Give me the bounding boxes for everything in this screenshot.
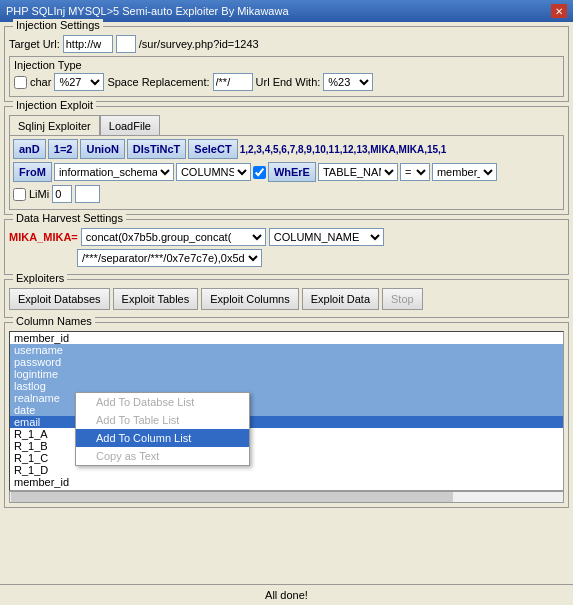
equals-select[interactable]: = [400, 163, 430, 181]
context-menu: Add To Databse List Add To Table List Ad… [75, 392, 250, 466]
data-harvest-label: Data Harvest Settings [13, 212, 126, 224]
mika-label: MIKA_MIKA= [9, 231, 78, 243]
limit-count-input[interactable] [75, 185, 100, 203]
context-menu-item-copy[interactable]: Copy as Text [76, 447, 249, 465]
stop-btn[interactable]: Stop [382, 288, 423, 310]
space-replacement-label: Space Replacement: [107, 76, 209, 88]
close-button[interactable]: ✕ [551, 4, 567, 18]
space-replacement-input[interactable] [213, 73, 253, 91]
injection-exploit-label: Injection Exploit [13, 99, 96, 111]
context-menu-item-add-table[interactable]: Add To Table List [76, 411, 249, 429]
limit-checkbox[interactable] [13, 188, 26, 201]
char-select[interactable]: %27 [54, 73, 104, 91]
injection-exploit-group: Injection Exploit Sqlinj Exploiter LoadF… [4, 106, 569, 215]
exploiters-group: Exploiters Exploit Databses Exploit Tabl… [4, 279, 569, 318]
column-numbers: 1,2,3,4,5,6,7,8,9,10,11,12,13,MIKA,MIKA,… [240, 144, 447, 155]
distinct-btn[interactable]: DIsTiNcT [127, 139, 186, 159]
exploit-tables-btn[interactable]: Exploit Tables [113, 288, 199, 310]
value-select[interactable]: member_a [432, 163, 497, 181]
column-names-group: Column Names member_id username password… [4, 322, 569, 508]
list-item[interactable]: logintime [10, 368, 563, 380]
injection-settings-group: Injection Settings Target Url: /sur/surv… [4, 26, 569, 102]
limit-label: LiMi [29, 188, 49, 200]
list-item[interactable]: lastlog [10, 380, 563, 392]
target-url-middle[interactable] [116, 35, 136, 53]
separator-select[interactable]: /***/separator/***/0x7e7c7e),0x5d7d) [77, 249, 262, 267]
list-item[interactable]: username [10, 344, 563, 356]
list-item[interactable]: member_id [10, 332, 563, 344]
title-bar-title: PHP SQLInj MYSQL>5 Semi-auto Exploiter B… [6, 5, 289, 17]
target-url-label: Target Url: [9, 38, 60, 50]
status-bar: All done! [0, 584, 573, 605]
select-btn[interactable]: SeleCT [188, 139, 237, 159]
tab-loadfile[interactable]: LoadFile [100, 115, 160, 135]
exploit-databases-btn[interactable]: Exploit Databses [9, 288, 110, 310]
union-btn[interactable]: UnioN [80, 139, 124, 159]
char-checkbox[interactable] [14, 76, 27, 89]
from-btn[interactable]: FroM [13, 162, 52, 182]
url-end-with-label: Url End With: [256, 76, 321, 88]
target-url-suffix: /sur/survey.php?id=1243 [139, 38, 259, 50]
injection-settings-label: Injection Settings [13, 19, 103, 31]
where-btn[interactable]: WhErE [268, 162, 316, 182]
where-checkbox[interactable] [253, 166, 266, 179]
status-text: All done! [265, 589, 308, 601]
columns-select[interactable]: COLUMNS [176, 163, 251, 181]
limit-from-input[interactable] [52, 185, 72, 203]
list-item[interactable]: password [10, 356, 563, 368]
injection-type-group: Injection Type char %27 Space Replacemen… [9, 56, 564, 97]
exploit-data-btn[interactable]: Exploit Data [302, 288, 379, 310]
and-btn[interactable]: anD [13, 139, 46, 159]
url-end-with-select[interactable]: %23 [323, 73, 373, 91]
data-harvest-group: Data Harvest Settings MIKA_MIKA= concat(… [4, 219, 569, 275]
exploiters-label: Exploiters [13, 272, 67, 284]
context-menu-item-add-database[interactable]: Add To Databse List [76, 393, 249, 411]
tab-sqlinj[interactable]: Sqlinj Exploiter [9, 115, 100, 135]
table-name-select[interactable]: TABLE_NAME [318, 163, 398, 181]
concat-select[interactable]: concat(0x7b5b.group_concat( [81, 228, 266, 246]
injection-type-label: Injection Type [14, 59, 559, 71]
column-name-select[interactable]: COLUMN_NAME [269, 228, 384, 246]
context-menu-item-add-column[interactable]: Add To Column List [76, 429, 249, 447]
column-names-listbox[interactable]: member_id username password logintime la… [9, 331, 564, 491]
exploit-columns-btn[interactable]: Exploit Columns [201, 288, 298, 310]
equals-btn[interactable]: 1=2 [48, 139, 79, 159]
list-item[interactable]: member_id [10, 476, 563, 488]
schema-select[interactable]: information_schema [54, 163, 174, 181]
target-url-prefix[interactable] [63, 35, 113, 53]
char-label: char [30, 76, 51, 88]
